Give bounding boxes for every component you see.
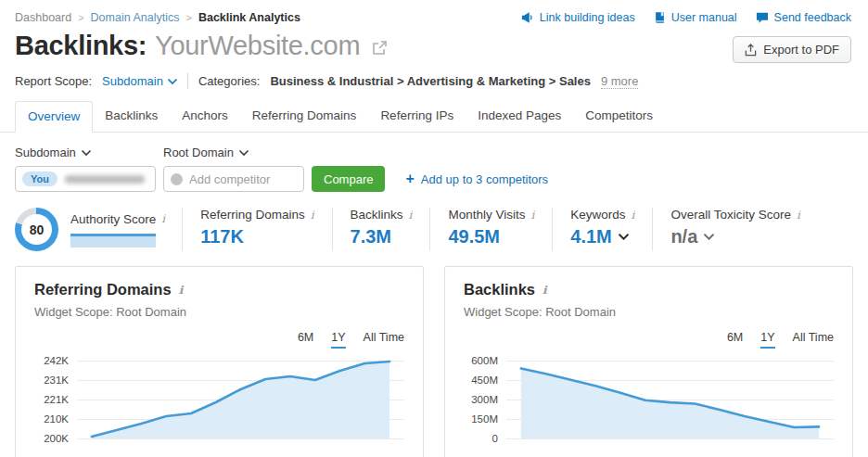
referring-domains-chart: 242K 231K 221K 210K 200K bbox=[34, 361, 404, 438]
add-competitor-input[interactable] bbox=[189, 172, 297, 186]
breadcrumb-separator-icon: > bbox=[185, 12, 191, 23]
referring-domains-widget-scope: Widget Scope: Root Domain bbox=[34, 305, 404, 319]
info-icon[interactable]: i bbox=[311, 209, 314, 222]
export-to-pdf-label: Export to PDF bbox=[763, 43, 839, 57]
info-icon[interactable]: i bbox=[161, 212, 165, 225]
info-icon[interactable]: i bbox=[530, 209, 534, 222]
send-feedback-link[interactable]: Send feedback bbox=[756, 11, 851, 24]
referring-domains-area-chart bbox=[77, 361, 404, 438]
tab-backlinks[interactable]: Backlinks bbox=[93, 101, 170, 132]
y-tick: 200K bbox=[44, 433, 69, 444]
referring-domains-label: Referring Domains bbox=[200, 208, 305, 222]
gridline bbox=[506, 438, 834, 439]
info-icon[interactable]: i bbox=[179, 284, 184, 297]
chevron-down-icon bbox=[704, 234, 714, 240]
link-building-ideas-label: Link building ideas bbox=[540, 11, 635, 24]
header-links: Link building ideas User manual Send fee… bbox=[521, 11, 851, 24]
toggle-6m[interactable]: 6M bbox=[727, 331, 743, 349]
tab-referring-ips[interactable]: Referring IPs bbox=[368, 101, 466, 132]
tab-referring-domains[interactable]: Referring Domains bbox=[240, 101, 369, 132]
authority-score-value: 80 bbox=[21, 214, 52, 245]
y-tick: 300M bbox=[471, 394, 498, 405]
report-scope-dropdown[interactable]: Subdomain bbox=[102, 74, 177, 88]
gridline bbox=[77, 438, 404, 439]
page-title-domain: YourWebsite.com bbox=[155, 31, 360, 61]
scope-divider bbox=[187, 73, 188, 89]
add-competitors-label: Add up to 3 competitors bbox=[421, 172, 548, 186]
tab-indexed-pages[interactable]: Indexed Pages bbox=[466, 101, 573, 132]
info-icon[interactable]: i bbox=[542, 284, 547, 297]
toggle-1y[interactable]: 1Y bbox=[760, 331, 774, 349]
you-badge: You bbox=[22, 171, 57, 186]
info-icon[interactable]: i bbox=[409, 209, 413, 222]
keywords-value: 4.1M bbox=[570, 226, 611, 248]
your-domain-input[interactable]: You bbox=[15, 166, 156, 192]
backlinks-area-chart bbox=[506, 361, 834, 438]
referring-domains-metric: Referring Domains i 117K bbox=[182, 208, 331, 251]
backlinks-value: 7.3M bbox=[351, 226, 413, 248]
y-tick: 150M bbox=[471, 413, 498, 425]
keywords-value-dropdown[interactable]: 4.1M bbox=[570, 226, 634, 248]
backlinks-label: Backlinks bbox=[351, 208, 403, 222]
link-building-ideas-link[interactable]: Link building ideas bbox=[521, 11, 635, 24]
tab-anchors[interactable]: Anchors bbox=[170, 101, 240, 132]
export-icon bbox=[745, 44, 757, 57]
page-title: Backlinks: YourWebsite.com bbox=[15, 31, 388, 61]
blurred-domain-text bbox=[65, 175, 145, 184]
filters-section: Subdomain Root Domain You Compare + Add … bbox=[0, 133, 868, 192]
report-scope-label: Report Scope: bbox=[15, 74, 92, 88]
title-row: Backlinks: YourWebsite.com Export to PDF bbox=[0, 24, 868, 63]
add-competitors-link[interactable]: + Add up to 3 competitors bbox=[405, 171, 548, 186]
subdomain-scope-dropdown[interactable]: Subdomain bbox=[15, 146, 163, 159]
monthly-visits-value: 49.5M bbox=[448, 226, 534, 248]
breadcrumb: Dashboard > Domain Analytics > Backlink … bbox=[15, 11, 300, 24]
add-competitor-inputbox[interactable] bbox=[163, 166, 304, 192]
breadcrumb-dashboard[interactable]: Dashboard bbox=[15, 11, 71, 24]
toxicity-score-label: Overall Toxicity Score bbox=[670, 208, 791, 222]
authority-score-donut: 80 bbox=[15, 208, 58, 251]
export-to-pdf-button[interactable]: Export to PDF bbox=[733, 36, 851, 63]
page-title-prefix: Backlinks: bbox=[15, 31, 147, 61]
monthly-visits-metric: Monthly Visits i 49.5M bbox=[429, 208, 552, 251]
categories-path: Business & Industrial > Advertising & Ma… bbox=[270, 74, 591, 88]
megaphone-icon bbox=[521, 11, 534, 24]
toggle-all-time[interactable]: All Time bbox=[793, 331, 834, 349]
toggle-6m[interactable]: 6M bbox=[298, 331, 313, 349]
y-tick: 231K bbox=[44, 374, 69, 386]
authority-score-label: Authority Score bbox=[70, 212, 156, 226]
speech-bubble-icon bbox=[756, 12, 769, 24]
info-icon[interactable]: i bbox=[632, 209, 635, 222]
toxicity-score-value-dropdown[interactable]: n/a bbox=[670, 226, 799, 248]
backlinks-chart: 600M 450M 300M 150M 0 bbox=[464, 361, 834, 438]
backlinks-range-toggles: 6M 1Y All Time bbox=[464, 331, 834, 349]
y-tick: 0 bbox=[492, 433, 498, 444]
toggle-all-time[interactable]: All Time bbox=[364, 331, 404, 349]
breadcrumb-domain-analytics[interactable]: Domain Analytics bbox=[91, 11, 180, 24]
y-tick: 210K bbox=[44, 413, 69, 425]
user-manual-link[interactable]: User manual bbox=[654, 11, 737, 24]
authority-score-metric: 80 Authority Score i bbox=[15, 208, 182, 251]
compare-button[interactable]: Compare bbox=[312, 166, 385, 192]
chevron-down-icon bbox=[619, 234, 629, 240]
plus-icon: + bbox=[405, 171, 414, 186]
y-axis-labels: 242K 231K 221K 210K 200K bbox=[34, 361, 77, 438]
toxicity-score-value: n/a bbox=[670, 226, 697, 248]
categories-more-link[interactable]: 9 more bbox=[601, 74, 638, 89]
toggle-1y[interactable]: 1Y bbox=[331, 331, 345, 349]
y-tick: 450M bbox=[471, 374, 498, 386]
y-tick: 242K bbox=[44, 355, 69, 366]
tab-competitors[interactable]: Competitors bbox=[573, 101, 665, 132]
info-icon[interactable]: i bbox=[797, 209, 800, 222]
breadcrumb-separator-icon: > bbox=[78, 12, 83, 23]
plot-area bbox=[77, 361, 404, 438]
external-link-icon[interactable] bbox=[371, 40, 388, 57]
tab-overview[interactable]: Overview bbox=[15, 101, 93, 133]
breadcrumb-current-page: Backlink Analytics bbox=[198, 11, 300, 24]
backlinks-card: Backlinks i Widget Scope: Root Domain 6M… bbox=[444, 266, 853, 457]
chevron-down-icon bbox=[82, 150, 91, 156]
monthly-visits-label: Monthly Visits bbox=[448, 208, 525, 222]
backlinks-metric: Backlinks i 7.3M bbox=[332, 208, 430, 251]
keywords-metric: Keywords i 4.1M bbox=[552, 208, 652, 251]
root-domain-scope-dropdown[interactable]: Root Domain bbox=[163, 146, 249, 159]
send-feedback-label: Send feedback bbox=[774, 11, 851, 24]
